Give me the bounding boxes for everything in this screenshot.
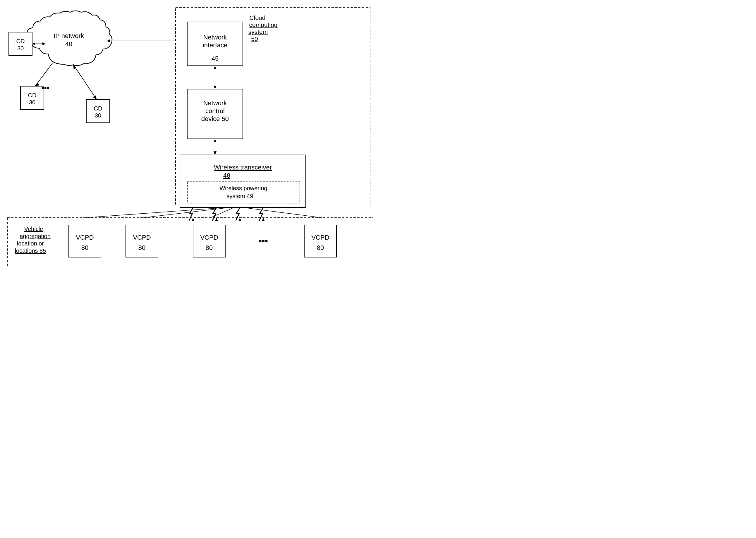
- svg-line-38: [211, 207, 234, 218]
- svg-text:Wireless transceiver: Wireless transceiver: [214, 164, 272, 171]
- svg-text:VCPD: VCPD: [133, 234, 151, 241]
- svg-text:location or: location or: [17, 240, 44, 247]
- cloud-system-label3: system: [248, 28, 268, 35]
- svg-text:VCPD: VCPD: [311, 234, 329, 241]
- svg-text:80: 80: [81, 244, 88, 251]
- cloud-system-label: Cloud: [250, 14, 266, 21]
- svg-text:control: control: [205, 107, 225, 115]
- svg-text:30: 30: [17, 45, 24, 51]
- svg-text:CD: CD: [16, 38, 25, 44]
- dots-cd: •••: [41, 83, 49, 92]
- vehicle-aggregation-label: Vehicle: [24, 226, 43, 232]
- diagram: IP network 40 CD 30 CD 30 ••• CD 30: [0, 0, 378, 269]
- svg-text:Network: Network: [203, 99, 227, 107]
- svg-text:locations 85: locations 85: [15, 247, 46, 254]
- svg-text:80: 80: [317, 244, 324, 251]
- cloud-system-label2: computing: [249, 21, 278, 28]
- vcpd-box-4: [304, 225, 337, 257]
- svg-text:45: 45: [212, 55, 219, 62]
- svg-marker-10: [35, 82, 39, 86]
- svg-text:CD: CD: [94, 105, 102, 112]
- svg-text:80: 80: [206, 244, 213, 251]
- svg-text:device 50: device 50: [201, 115, 229, 123]
- svg-line-39: [243, 207, 322, 218]
- svg-line-9: [35, 63, 53, 86]
- svg-marker-12: [93, 95, 96, 99]
- svg-text:30: 30: [95, 112, 101, 119]
- svg-text:Network: Network: [203, 33, 227, 41]
- svg-text:CD: CD: [28, 92, 36, 98]
- svg-text:80: 80: [138, 244, 146, 251]
- svg-text:30: 30: [29, 99, 35, 105]
- vcpd-box-2: [126, 225, 158, 257]
- svg-line-11: [73, 64, 96, 99]
- ip-network-cloud: IP network 40: [27, 11, 112, 66]
- vcpd-box-1: [69, 225, 101, 257]
- ip-network-number: 40: [65, 40, 72, 48]
- svg-text:VCPD: VCPD: [76, 234, 94, 241]
- ip-network-label: IP network: [53, 32, 84, 39]
- svg-text:VCPD: VCPD: [200, 234, 218, 241]
- svg-text:48: 48: [223, 172, 230, 179]
- dots-vcpd: •••: [259, 236, 268, 246]
- wireless-powering-box: [187, 181, 300, 203]
- svg-text:interface: interface: [203, 41, 227, 49]
- vcpd-box-3: [193, 225, 225, 257]
- svg-text:Wireless powering: Wireless powering: [220, 185, 267, 191]
- svg-text:aggregation: aggregation: [20, 233, 51, 239]
- cloud-system-number: 50: [251, 35, 258, 42]
- svg-text:system 49: system 49: [226, 193, 253, 199]
